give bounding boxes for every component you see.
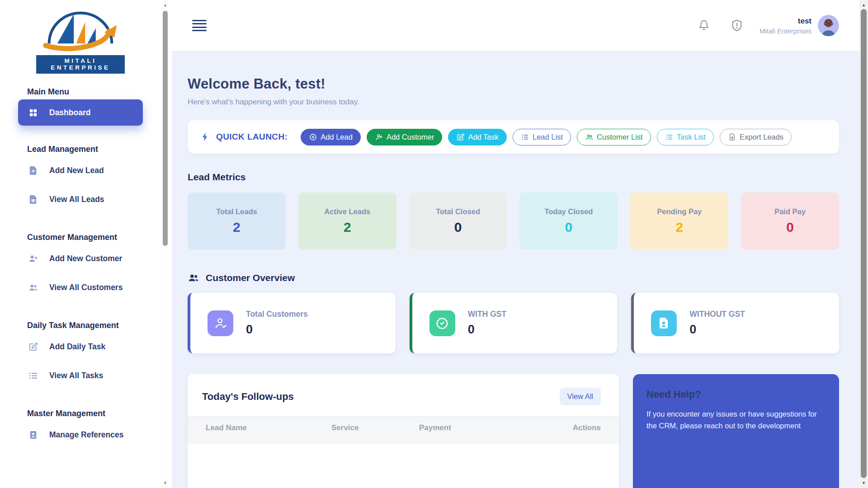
id-card-icon [28,430,38,440]
user-name: test [760,17,811,26]
hamburger-menu-icon[interactable] [192,20,207,32]
quick-btn-label: Add Task [468,133,499,141]
badge-check-icon [429,310,455,336]
file-table-icon [28,194,38,205]
column-lead-name: Lead Name [206,423,331,432]
sidebar-item-view-all-leads[interactable]: View All Leads [0,185,161,214]
metric-card-5: Paid Pay 0 [741,192,839,249]
file-plus-icon [28,165,38,176]
bolt-icon [200,131,210,142]
metric-value: 0 [786,220,794,235]
list-check-icon [28,371,38,381]
quick-launch-bar: QUICK LAUNCH: Add Lead Add Customer Add … [188,120,839,154]
quick-btn-3[interactable]: Lead List [513,129,571,145]
page-scrollbar[interactable]: ▲ ▼ [859,0,868,488]
scroll-up-arrow-icon[interactable]: ▲ [859,2,868,8]
sidebar-scrollbar-thumb[interactable] [163,11,168,246]
overview-card-2: WITHOUT GST 0 [631,293,839,353]
overview-value: 0 [468,323,507,337]
document-user-icon [651,310,677,336]
followups-title: Today's Follow-ups [202,391,294,403]
sidebar-item-label: Add New Lead [49,166,104,175]
sidebar-item-add-new-customer[interactable]: Add New Customer [0,244,161,273]
quick-btn-0[interactable]: Add Lead [301,129,361,145]
nav-section-daily-task-management: Daily Task Management [0,321,161,330]
overview-card-0: Total Customers 0 [188,293,396,353]
sidebar-scrollbar[interactable]: ▲ ▼ [161,0,169,488]
brand-name: MITALI ENTERPRISE [36,55,125,74]
overview-label: WITHOUT GST [689,310,745,319]
quick-btn-2[interactable]: Add Task [448,129,507,145]
followups-table-header: Lead Name Service Payment Actions [188,416,619,444]
quick-btn-4[interactable]: Customer List [577,129,651,145]
avatar[interactable] [818,15,839,36]
quick-btn-label: Lead List [533,133,563,141]
page-subtitle: Here's what's happening with your busine… [188,98,839,107]
scroll-down-arrow-icon[interactable]: ▼ [161,480,169,486]
customer-overview-title: Customer Overview [206,272,295,283]
overview-card-1: WITH GST 0 [410,293,618,353]
lead-metrics-grid: Total Leads 2 Active Leads 2 Total Close… [188,192,839,249]
people-icon [188,272,199,284]
quick-btn-label: Add Customer [387,133,434,141]
overview-label: Total Customers [246,310,308,319]
sidebar-item-manage-references[interactable]: Manage References [0,420,161,449]
nav-section-customer-management: Customer Management [0,233,161,242]
sidebar-item-add-daily-task[interactable]: Add Daily Task [0,332,161,361]
sidebar-item-label: View All Leads [49,195,104,204]
quick-btn-label: Task List [677,133,706,141]
shield-alert-icon[interactable] [730,19,744,33]
metric-value: 2 [233,220,241,235]
metric-card-2: Total Closed 0 [409,192,507,249]
list-icon [665,133,674,141]
sidebar-item-add-new-lead[interactable]: Add New Lead [0,156,161,185]
help-title: Need Help? [646,389,826,400]
sidebar-item-label: Dashboard [49,108,90,117]
nav-section-lead-management: Lead Management [0,145,161,154]
column-actions: Actions [547,423,601,432]
file-export-icon [728,133,736,141]
need-help-card: Need Help? If you encounter any issues o… [633,374,839,488]
page-scrollbar-thumb[interactable] [861,9,867,478]
metric-label: Active Leads [324,207,370,216]
column-payment: Payment [419,423,547,432]
nav-section-master-management: Master Management [0,409,161,418]
scroll-down-arrow-icon[interactable]: ▼ [859,480,868,486]
notification-bell-icon[interactable] [697,19,711,33]
logo-mountains-icon [36,6,125,53]
users-icon [28,282,38,293]
quick-btn-5[interactable]: Task List [657,129,714,145]
user-block[interactable]: test Mitali Enterprises [760,17,811,35]
metric-card-1: Active Leads 2 [298,192,396,249]
overview-value: 0 [246,323,308,337]
sidebar-item-dashboard[interactable]: Dashboard [18,99,143,126]
sidebar-item-view-all-tasks[interactable]: View All Tasks [0,361,161,390]
sidebar-item-label: Manage References [49,430,123,440]
scroll-up-arrow-icon[interactable]: ▲ [161,2,169,8]
sidebar-item-view-all-customers[interactable]: View All Customers [0,273,161,302]
user-plus-icon [28,253,38,264]
quick-btn-label: Export Leads [740,133,783,141]
view-all-button[interactable]: View All [560,388,601,405]
quick-btn-label: Customer List [597,133,643,141]
overview-value: 0 [689,323,745,337]
metric-label: Pending Pay [657,207,702,216]
users-icon [585,133,594,141]
list-icon [521,133,529,141]
overview-label: WITH GST [468,310,507,319]
nav-section-main-menu: Main Menu [0,87,161,97]
quick-launch-label: QUICK LAUNCH: [216,132,288,142]
quick-btn-6[interactable]: Export Leads [720,129,792,145]
page-title: Welcome Back, test! [188,76,839,92]
metric-value: 2 [675,220,683,235]
metric-value: 0 [454,220,462,235]
main-area: test Mitali Enterprises Welcome Back, te… [172,0,859,488]
user-check-icon [208,310,233,336]
plus-circle-icon [309,133,317,141]
todays-followups-card: Today's Follow-ups View All Lead Name Se… [188,374,619,488]
dashboard-grid-icon [28,108,38,118]
metric-card-0: Total Leads 2 [188,192,286,249]
quick-btn-1[interactable]: Add Customer [367,129,442,145]
metric-card-3: Today Closed 0 [519,192,618,249]
sidebar-item-label: Add New Customer [49,254,122,263]
